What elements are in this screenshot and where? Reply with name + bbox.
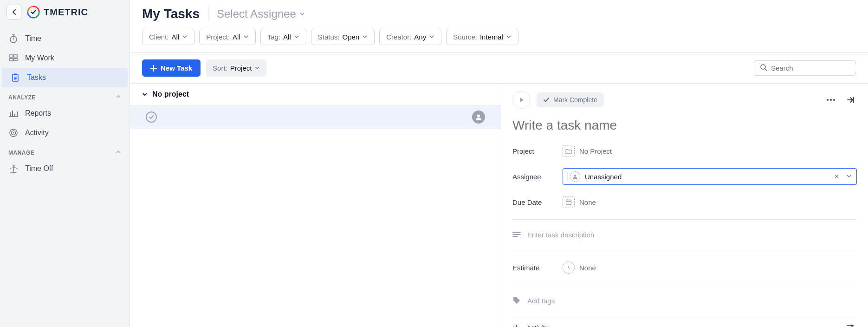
sidebar-item-reports[interactable]: Reports bbox=[0, 104, 130, 123]
activity-section: Activity bbox=[512, 316, 857, 327]
assignee-value: Unassigned bbox=[585, 173, 828, 181]
filter-tag[interactable]: Tag: All bbox=[260, 29, 306, 45]
task-row[interactable] bbox=[130, 105, 501, 129]
chevron-down-icon bbox=[294, 33, 299, 41]
bar-chart-icon bbox=[512, 323, 521, 327]
sidebar-item-label: Time Off bbox=[25, 164, 53, 173]
collapse-right-icon bbox=[846, 96, 855, 104]
section-title: ANALYZE bbox=[8, 94, 36, 101]
filter-label: Status: bbox=[318, 33, 340, 41]
logo[interactable]: TMETRIC bbox=[27, 6, 88, 19]
search-icon bbox=[760, 64, 767, 72]
group-title: No project bbox=[152, 90, 189, 98]
add-tags-button[interactable]: Add tags bbox=[512, 294, 857, 307]
divider bbox=[512, 219, 857, 220]
field-due-date[interactable]: Due Date None bbox=[512, 193, 857, 211]
field-assignee: Assignee Unassigned ✕ bbox=[512, 165, 857, 188]
svg-point-15 bbox=[477, 115, 480, 118]
back-button[interactable] bbox=[6, 5, 21, 20]
grid-icon bbox=[8, 53, 19, 63]
sidebar-item-time-off[interactable]: Time Off bbox=[0, 159, 130, 178]
search-input-wrap[interactable] bbox=[754, 60, 856, 76]
activity-label: Activity bbox=[526, 324, 549, 327]
svg-rect-6 bbox=[14, 55, 17, 57]
sidebar-section-manage[interactable]: MANAGE bbox=[0, 143, 130, 159]
filter-status[interactable]: Status: Open bbox=[311, 29, 375, 45]
group-header[interactable]: No project bbox=[130, 84, 501, 105]
mark-complete-label: Mark Complete bbox=[553, 96, 597, 104]
collapse-detail-button[interactable] bbox=[844, 93, 857, 106]
toolbar: New Task Sort: Project bbox=[130, 53, 868, 84]
field-value-text: None bbox=[579, 198, 596, 206]
chevron-up-icon bbox=[116, 94, 121, 101]
play-button[interactable] bbox=[512, 91, 530, 109]
field-project[interactable]: Project No Project bbox=[512, 142, 857, 160]
svg-rect-21 bbox=[851, 325, 853, 327]
filter-label: Creator: bbox=[386, 33, 411, 41]
svg-rect-8 bbox=[14, 59, 17, 61]
filter-value: Open bbox=[342, 33, 359, 41]
filter-label: Tag: bbox=[267, 33, 280, 41]
sidebar-item-tasks[interactable]: Tasks bbox=[2, 68, 128, 87]
more-button[interactable] bbox=[824, 93, 837, 106]
filter-value: All bbox=[233, 33, 240, 41]
sort-value: Project bbox=[230, 64, 252, 72]
chevron-down-icon bbox=[182, 33, 188, 41]
check-circle-icon[interactable] bbox=[146, 111, 157, 123]
filter-client[interactable]: Client: All bbox=[142, 29, 194, 45]
filter-bar: Client: All Project: All Tag: All Status… bbox=[130, 25, 868, 52]
select-assignee-dropdown[interactable]: Select Assignee bbox=[217, 7, 305, 20]
field-label: Project bbox=[512, 147, 554, 155]
filter-label: Project: bbox=[206, 33, 230, 41]
sidebar-section-analyze[interactable]: ANALYZE bbox=[0, 87, 130, 104]
svg-point-13 bbox=[13, 132, 14, 134]
filter-value: All bbox=[172, 33, 180, 41]
divider bbox=[512, 250, 857, 250]
divider bbox=[512, 285, 857, 285]
field-label: Estimate bbox=[512, 264, 554, 272]
filter-label: Client: bbox=[149, 33, 169, 41]
calendar-icon bbox=[563, 196, 575, 208]
activity-settings-button[interactable] bbox=[844, 321, 857, 327]
task-name-input[interactable] bbox=[512, 114, 857, 137]
sort-label: Sort: bbox=[213, 64, 227, 72]
sidebar-item-time[interactable]: Time bbox=[0, 29, 130, 48]
play-icon bbox=[518, 97, 525, 103]
sort-dropdown[interactable]: Sort: Project bbox=[206, 59, 266, 77]
person-icon bbox=[570, 171, 580, 182]
clipboard-icon bbox=[10, 72, 20, 83]
chevron-down-icon bbox=[506, 33, 512, 41]
bar-chart-icon bbox=[8, 108, 19, 118]
mark-complete-button[interactable]: Mark Complete bbox=[537, 92, 604, 107]
field-estimate[interactable]: Estimate None bbox=[512, 259, 857, 276]
filter-value: Internal bbox=[480, 33, 503, 41]
svg-point-16 bbox=[827, 99, 829, 101]
search-input[interactable] bbox=[771, 64, 859, 72]
filter-source[interactable]: Source: Internal bbox=[446, 29, 518, 45]
sidebar-item-activity[interactable]: Activity bbox=[0, 123, 130, 143]
sidebar-item-my-work[interactable]: My Work bbox=[0, 48, 130, 68]
clear-button[interactable]: ✕ bbox=[832, 173, 842, 180]
avatar-placeholder-icon bbox=[472, 111, 485, 124]
clock-icon bbox=[563, 262, 575, 274]
text-cursor bbox=[568, 172, 568, 181]
new-task-button[interactable]: New Task bbox=[142, 59, 201, 77]
svg-rect-5 bbox=[10, 55, 13, 57]
check-icon bbox=[543, 97, 550, 103]
sidebar-item-label: Reports bbox=[25, 109, 51, 118]
filter-project[interactable]: Project: All bbox=[199, 29, 256, 45]
description-input[interactable]: Enter task description bbox=[512, 228, 857, 242]
sidebar-item-label: Activity bbox=[25, 129, 49, 137]
chevron-down-icon bbox=[142, 92, 148, 97]
svg-rect-9 bbox=[13, 74, 18, 81]
page-title: My Tasks bbox=[142, 7, 200, 21]
field-value-text: None bbox=[579, 264, 596, 272]
filter-creator[interactable]: Creator: Any bbox=[379, 29, 441, 45]
task-list-pane: No project bbox=[130, 84, 501, 327]
svg-point-18 bbox=[833, 99, 835, 101]
logo-icon bbox=[27, 6, 40, 19]
assignee-combobox[interactable]: Unassigned ✕ bbox=[563, 168, 857, 185]
add-tags-label: Add tags bbox=[527, 297, 555, 305]
ellipsis-icon bbox=[826, 98, 836, 101]
chevron-down-icon[interactable] bbox=[846, 173, 852, 180]
